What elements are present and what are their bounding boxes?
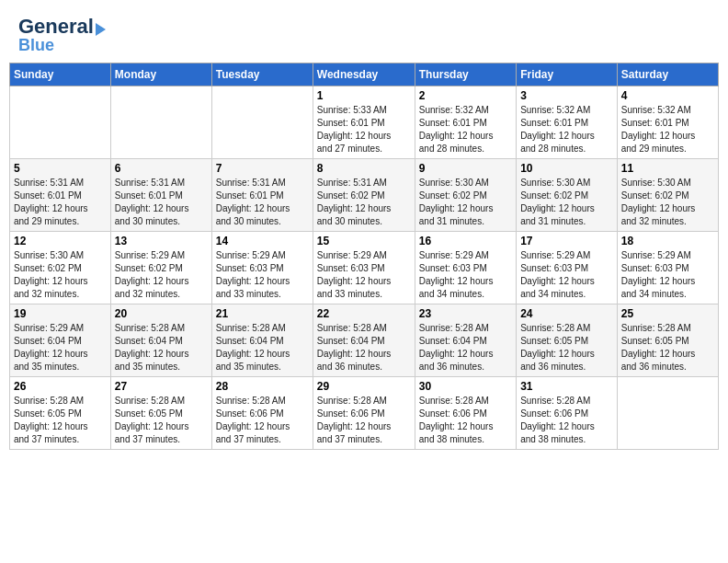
day-info: Sunrise: 5:28 AM Sunset: 6:05 PM Dayligh…	[115, 395, 208, 446]
day-info: Sunrise: 5:29 AM Sunset: 6:02 PM Dayligh…	[115, 249, 208, 301]
calendar-cell: 27Sunrise: 5:28 AM Sunset: 6:05 PM Dayli…	[110, 377, 211, 450]
day-number: 5	[14, 162, 107, 175]
calendar-cell: 16Sunrise: 5:29 AM Sunset: 6:03 PM Dayli…	[415, 232, 516, 304]
day-number: 31	[520, 380, 613, 393]
calendar-header-monday: Monday	[110, 63, 211, 86]
day-info: Sunrise: 5:31 AM Sunset: 6:02 PM Dayligh…	[317, 177, 411, 228]
calendar-cell: 21Sunrise: 5:28 AM Sunset: 6:04 PM Dayli…	[211, 304, 313, 377]
day-number: 26	[14, 380, 107, 393]
day-number: 27	[115, 380, 208, 393]
day-number: 6	[115, 162, 208, 175]
day-number: 25	[621, 307, 714, 320]
day-number: 9	[419, 162, 512, 175]
day-number: 23	[419, 307, 512, 320]
calendar-cell: 7Sunrise: 5:31 AM Sunset: 6:01 PM Daylig…	[211, 159, 313, 232]
day-info: Sunrise: 5:29 AM Sunset: 6:04 PM Dayligh…	[14, 322, 107, 373]
calendar-header-wednesday: Wednesday	[313, 63, 415, 86]
day-info: Sunrise: 5:28 AM Sunset: 6:06 PM Dayligh…	[419, 395, 512, 446]
calendar-cell: 2Sunrise: 5:32 AM Sunset: 6:01 PM Daylig…	[415, 86, 516, 159]
calendar-week-row: 12Sunrise: 5:30 AM Sunset: 6:02 PM Dayli…	[10, 232, 719, 304]
calendar-cell	[110, 86, 211, 159]
calendar-cell: 5Sunrise: 5:31 AM Sunset: 6:01 PM Daylig…	[10, 159, 111, 232]
day-number: 16	[419, 235, 512, 247]
day-info: Sunrise: 5:30 AM Sunset: 6:02 PM Dayligh…	[419, 177, 512, 228]
day-info: Sunrise: 5:28 AM Sunset: 6:06 PM Dayligh…	[317, 395, 411, 446]
day-info: Sunrise: 5:29 AM Sunset: 6:03 PM Dayligh…	[317, 249, 411, 301]
day-number: 13	[115, 235, 208, 247]
day-number: 21	[216, 307, 309, 320]
day-info: Sunrise: 5:28 AM Sunset: 6:04 PM Dayligh…	[317, 322, 411, 373]
calendar-week-row: 19Sunrise: 5:29 AM Sunset: 6:04 PM Dayli…	[10, 304, 719, 377]
page-header: General Blue	[9, 9, 719, 57]
calendar-header-thursday: Thursday	[415, 63, 516, 86]
day-info: Sunrise: 5:30 AM Sunset: 6:02 PM Dayligh…	[621, 177, 714, 228]
day-number: 18	[621, 235, 714, 247]
day-info: Sunrise: 5:30 AM Sunset: 6:02 PM Dayligh…	[520, 177, 613, 228]
day-number: 2	[419, 89, 512, 102]
day-info: Sunrise: 5:28 AM Sunset: 6:04 PM Dayligh…	[216, 322, 309, 373]
calendar-cell: 10Sunrise: 5:30 AM Sunset: 6:02 PM Dayli…	[517, 159, 618, 232]
calendar-cell: 11Sunrise: 5:30 AM Sunset: 6:02 PM Dayli…	[617, 159, 718, 232]
calendar-cell: 18Sunrise: 5:29 AM Sunset: 6:03 PM Dayli…	[617, 232, 718, 304]
day-info: Sunrise: 5:28 AM Sunset: 6:06 PM Dayligh…	[520, 395, 613, 446]
day-number: 20	[115, 307, 208, 320]
day-info: Sunrise: 5:29 AM Sunset: 6:03 PM Dayligh…	[520, 249, 613, 301]
calendar-cell: 28Sunrise: 5:28 AM Sunset: 6:06 PM Dayli…	[211, 377, 313, 450]
calendar-header-saturday: Saturday	[617, 63, 718, 86]
day-number: 4	[621, 89, 714, 102]
logo-blue-text: Blue	[18, 36, 54, 54]
calendar-cell: 29Sunrise: 5:28 AM Sunset: 6:06 PM Dayli…	[313, 377, 415, 450]
day-info: Sunrise: 5:29 AM Sunset: 6:03 PM Dayligh…	[216, 249, 309, 301]
calendar-week-row: 1Sunrise: 5:33 AM Sunset: 6:01 PM Daylig…	[10, 86, 719, 159]
calendar-cell: 3Sunrise: 5:32 AM Sunset: 6:01 PM Daylig…	[517, 86, 618, 159]
calendar-cell: 6Sunrise: 5:31 AM Sunset: 6:01 PM Daylig…	[110, 159, 211, 232]
day-number: 7	[216, 162, 309, 175]
day-number: 24	[520, 307, 613, 320]
calendar-cell: 23Sunrise: 5:28 AM Sunset: 6:04 PM Dayli…	[415, 304, 516, 377]
calendar-cell	[10, 86, 111, 159]
day-number: 12	[14, 235, 107, 247]
calendar-table: SundayMondayTuesdayWednesdayThursdayFrid…	[9, 63, 719, 450]
calendar-cell: 12Sunrise: 5:30 AM Sunset: 6:02 PM Dayli…	[10, 232, 111, 304]
calendar-header-row: SundayMondayTuesdayWednesdayThursdayFrid…	[10, 63, 719, 86]
calendar-cell: 8Sunrise: 5:31 AM Sunset: 6:02 PM Daylig…	[313, 159, 415, 232]
calendar-header-sunday: Sunday	[10, 63, 111, 86]
day-info: Sunrise: 5:28 AM Sunset: 6:04 PM Dayligh…	[115, 322, 208, 373]
day-number: 29	[317, 380, 411, 393]
calendar-cell: 15Sunrise: 5:29 AM Sunset: 6:03 PM Dayli…	[313, 232, 415, 304]
calendar-cell: 17Sunrise: 5:29 AM Sunset: 6:03 PM Dayli…	[517, 232, 618, 304]
day-number: 1	[317, 89, 411, 102]
calendar-header-tuesday: Tuesday	[211, 63, 313, 86]
calendar-week-row: 5Sunrise: 5:31 AM Sunset: 6:01 PM Daylig…	[10, 159, 719, 232]
day-info: Sunrise: 5:28 AM Sunset: 6:05 PM Dayligh…	[14, 395, 107, 446]
day-number: 28	[216, 380, 309, 393]
calendar-cell: 20Sunrise: 5:28 AM Sunset: 6:04 PM Dayli…	[110, 304, 211, 377]
day-info: Sunrise: 5:31 AM Sunset: 6:01 PM Dayligh…	[14, 177, 107, 228]
calendar-cell: 9Sunrise: 5:30 AM Sunset: 6:02 PM Daylig…	[415, 159, 516, 232]
day-info: Sunrise: 5:28 AM Sunset: 6:05 PM Dayligh…	[621, 322, 714, 373]
calendar-cell	[617, 377, 718, 450]
day-number: 22	[317, 307, 411, 320]
day-info: Sunrise: 5:31 AM Sunset: 6:01 PM Dayligh…	[115, 177, 208, 228]
day-info: Sunrise: 5:32 AM Sunset: 6:01 PM Dayligh…	[520, 104, 613, 155]
day-number: 15	[317, 235, 411, 247]
day-number: 10	[520, 162, 613, 175]
calendar-cell: 13Sunrise: 5:29 AM Sunset: 6:02 PM Dayli…	[110, 232, 211, 304]
calendar-cell: 30Sunrise: 5:28 AM Sunset: 6:06 PM Dayli…	[415, 377, 516, 450]
day-number: 19	[14, 307, 107, 320]
day-info: Sunrise: 5:28 AM Sunset: 6:06 PM Dayligh…	[216, 395, 309, 446]
day-number: 14	[216, 235, 309, 247]
day-info: Sunrise: 5:33 AM Sunset: 6:01 PM Dayligh…	[317, 104, 411, 155]
day-info: Sunrise: 5:32 AM Sunset: 6:01 PM Dayligh…	[419, 104, 512, 155]
day-number: 11	[621, 162, 714, 175]
calendar-cell: 25Sunrise: 5:28 AM Sunset: 6:05 PM Dayli…	[617, 304, 718, 377]
calendar-cell	[211, 86, 313, 159]
calendar-cell: 26Sunrise: 5:28 AM Sunset: 6:05 PM Dayli…	[10, 377, 111, 450]
calendar-cell: 14Sunrise: 5:29 AM Sunset: 6:03 PM Dayli…	[211, 232, 313, 304]
logo-general-text: General	[18, 15, 94, 38]
calendar-cell: 31Sunrise: 5:28 AM Sunset: 6:06 PM Dayli…	[517, 377, 618, 450]
day-number: 17	[520, 235, 613, 247]
calendar-cell: 4Sunrise: 5:32 AM Sunset: 6:01 PM Daylig…	[617, 86, 718, 159]
calendar-cell: 19Sunrise: 5:29 AM Sunset: 6:04 PM Dayli…	[10, 304, 111, 377]
day-number: 3	[520, 89, 613, 102]
